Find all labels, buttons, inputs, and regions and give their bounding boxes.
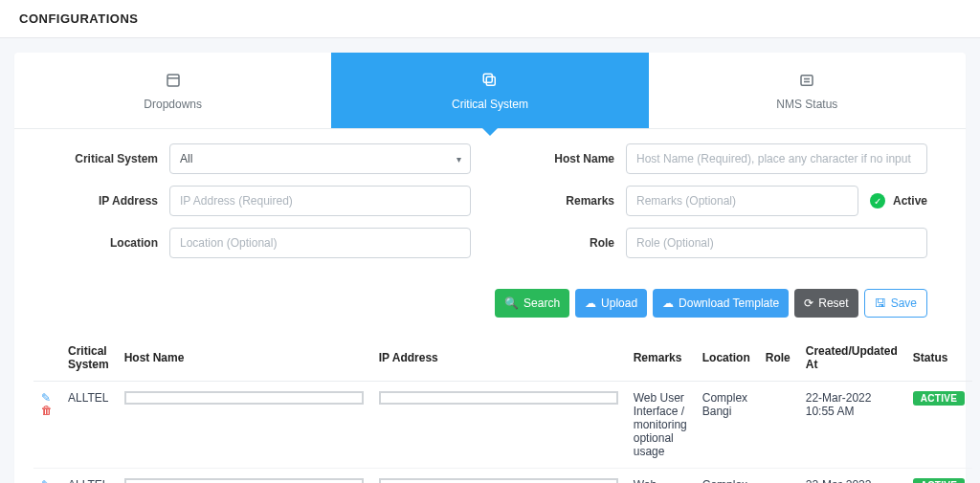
label-ip-address: IP Address	[53, 194, 158, 208]
reset-button[interactable]: ⟳ Reset	[794, 289, 858, 318]
cell-remarks: Web User Interface / monitoring optional…	[626, 382, 695, 469]
button-label: Download Template	[679, 296, 779, 310]
button-label: Reset	[818, 296, 848, 310]
svg-rect-2	[483, 74, 492, 82]
th-location: Location	[695, 335, 758, 382]
save-button[interactable]: 🖫 Save	[864, 289, 927, 318]
active-label: Active	[893, 194, 927, 208]
search-icon: 🔍	[504, 297, 519, 309]
redacted-bar	[379, 391, 618, 405]
label-critical-system: Critical System	[53, 152, 158, 165]
label-location: Location	[53, 236, 158, 250]
save-icon: 🖫	[875, 297, 886, 309]
cell-created-updated: 22-Mar-2022 10:55 AM	[798, 469, 905, 484]
th-status: Status	[905, 335, 972, 382]
page-title: CONFIGURATIONS	[0, 0, 980, 38]
config-card: Dropdowns Critical System NMS Status Cri…	[14, 53, 966, 483]
cell-critical-system: ALLTEL	[60, 382, 117, 469]
redacted-bar	[379, 478, 618, 483]
filter-form: Critical System All IP Address Location	[14, 129, 966, 289]
redacted-bar	[124, 391, 364, 405]
th-created-updated: Created/Updated At	[798, 335, 905, 382]
ip-address-input[interactable]	[169, 186, 471, 216]
location-input[interactable]	[169, 228, 471, 258]
tab-label: Critical System	[452, 98, 528, 111]
cell-remarks: Web Services Server	[626, 469, 695, 484]
search-button[interactable]: 🔍 Search	[495, 289, 569, 318]
redacted-bar	[124, 478, 364, 483]
th-critical-system: Critical System	[60, 335, 117, 382]
tab-label: Dropdowns	[144, 98, 202, 111]
cell-location: Complex Bangi	[695, 469, 758, 484]
list-icon	[649, 72, 966, 92]
cell-role	[758, 382, 798, 469]
download-template-button[interactable]: ☁ Download Template	[653, 289, 789, 318]
status-badge: ACTIVE	[913, 391, 965, 406]
cloud-down-icon: ☁	[662, 297, 674, 309]
th-role: Role	[758, 335, 798, 382]
cell-ip-address	[371, 382, 626, 469]
svg-rect-3	[801, 76, 813, 86]
cell-role	[758, 469, 798, 484]
cell-host-name	[117, 469, 371, 484]
edit-icon[interactable]: ✎	[41, 392, 53, 404]
button-label: Save	[891, 296, 917, 310]
label-remarks: Remarks	[509, 194, 614, 208]
cell-status: ACTIVE	[905, 382, 972, 469]
table-row: ✎🗑ALLTELWeb Services ServerComplex Bangi…	[33, 469, 972, 484]
cell-host-name	[117, 382, 371, 469]
cell-ip-address	[371, 469, 626, 484]
cell-location: Complex Bangi	[695, 382, 758, 469]
copy-icon	[331, 72, 648, 92]
refresh-icon: ⟳	[804, 297, 813, 309]
action-buttons: 🔍 Search ☁ Upload ☁ Download Template ⟳ …	[14, 289, 966, 335]
results-table: Critical System Host Name IP Address Rem…	[33, 335, 972, 483]
role-input[interactable]	[626, 228, 927, 258]
svg-rect-1	[486, 77, 495, 85]
upload-button[interactable]: ☁ Upload	[575, 289, 647, 318]
th-host-name: Host Name	[117, 335, 371, 382]
table-row: ✎🗑ALLTELWeb User Interface / monitoring …	[33, 382, 972, 469]
cell-critical-system: ALLTEL	[60, 469, 117, 484]
cell-status: ACTIVE	[905, 469, 972, 484]
status-badge: ACTIVE	[913, 478, 965, 483]
button-label: Upload	[601, 296, 637, 310]
svg-rect-0	[167, 75, 179, 86]
box-icon	[14, 72, 331, 92]
tab-critical-system[interactable]: Critical System	[331, 53, 648, 128]
tabs: Dropdowns Critical System NMS Status	[14, 53, 966, 129]
label-host-name: Host Name	[509, 152, 614, 165]
tab-nms-status[interactable]: NMS Status	[649, 53, 966, 128]
delete-icon[interactable]: 🗑	[41, 405, 53, 416]
th-ip-address: IP Address	[371, 335, 626, 382]
tab-dropdowns[interactable]: Dropdowns	[14, 53, 331, 128]
tab-label: NMS Status	[776, 98, 837, 111]
button-label: Search	[523, 296, 560, 310]
check-icon: ✓	[870, 193, 885, 209]
label-role: Role	[509, 236, 614, 250]
remarks-input[interactable]	[626, 186, 858, 216]
host-name-input[interactable]	[626, 143, 927, 174]
cloud-up-icon: ☁	[585, 297, 596, 309]
critical-system-select[interactable]: All	[169, 143, 471, 174]
edit-icon[interactable]: ✎	[41, 479, 53, 483]
cell-created-updated: 22-Mar-2022 10:55 AM	[798, 382, 905, 469]
th-remarks: Remarks	[626, 335, 695, 382]
